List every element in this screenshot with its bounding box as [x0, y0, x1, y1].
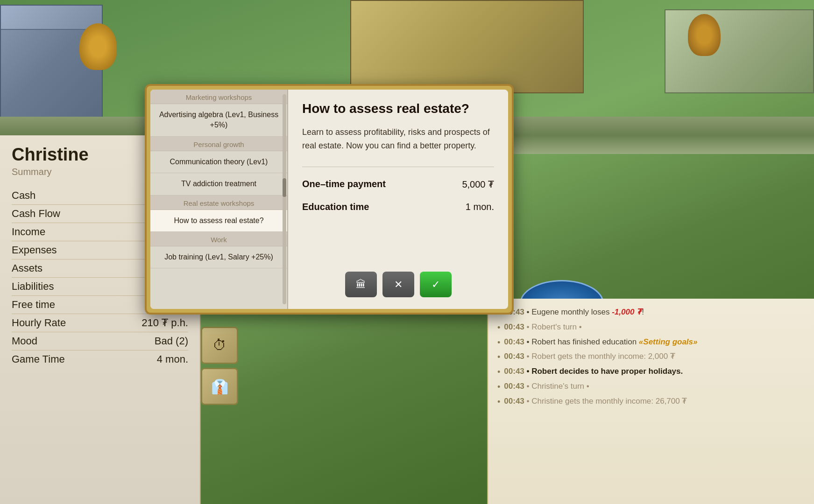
- detail-time-row: Education time 1 mon.: [302, 199, 494, 215]
- list-item-communication[interactable]: Communication theory (Lev1): [150, 151, 287, 173]
- event-entry-1: • 00:43 • Eugene monthly loses -1,000 ₮!: [497, 306, 805, 320]
- education-modal: Marketing workshops Advertising algebra …: [145, 84, 514, 315]
- label-gametime: Game Time: [12, 353, 65, 365]
- modal-building-button[interactable]: 🏛: [345, 272, 377, 297]
- event-log: • 00:43 • Eugene monthly loses -1,000 ₮!…: [487, 299, 814, 504]
- tie-button[interactable]: 👔: [201, 368, 238, 405]
- category-personal-growth: Personal growth: [150, 137, 287, 151]
- event-entry-6: • 00:43 • Christine's turn •: [497, 380, 805, 394]
- detail-title: How to assess real estate?: [302, 101, 494, 116]
- detail-time-label: Education time: [302, 202, 369, 212]
- value-mood: Bad (2): [155, 335, 188, 347]
- list-item-assess-real-estate[interactable]: How to assess real estate?: [150, 210, 287, 232]
- value-hourlyrate: 210 ₮ p.h.: [142, 317, 188, 329]
- label-assets: Assets: [12, 262, 42, 274]
- modal-confirm-button[interactable]: ✓: [420, 272, 452, 297]
- event-entry-2: • 00:43 • Robert's turn •: [497, 321, 805, 335]
- list-item-advertising[interactable]: Advertising algebra (Lev1, Business +5%): [150, 104, 287, 137]
- list-item-tv-addiction[interactable]: TV addiction treatment: [150, 173, 287, 195]
- category-marketing: Marketing workshops: [150, 90, 287, 104]
- tree-left: [79, 23, 117, 70]
- label-cash: Cash: [12, 189, 35, 202]
- detail-payment-label: One–time payment: [302, 179, 386, 189]
- sidebar-row-mood: Mood Bad (2): [12, 332, 188, 350]
- scrollbar-thumb: [283, 178, 286, 197]
- education-detail: How to assess real estate? Learn to asse…: [288, 90, 508, 309]
- detail-payment-row: One–time payment 5,000 ₮: [302, 176, 494, 192]
- list-scrollbar[interactable]: [283, 94, 286, 304]
- modal-inner: Marketing workshops Advertising algebra …: [150, 90, 508, 309]
- sidebar-row-hourlyrate: Hourly Rate 210 ₮ p.h.: [12, 314, 188, 332]
- category-work: Work: [150, 232, 287, 246]
- modal-buttons: 🏛 ✕ ✓: [302, 262, 494, 297]
- event-entry-5: • 00:43 • Robert decides to have proper …: [497, 365, 805, 379]
- building-icon: 🏛: [356, 279, 366, 291]
- list-item-job-training[interactable]: Job training (Lev1, Salary +25%): [150, 246, 287, 268]
- detail-time-value: 1 mon.: [466, 202, 494, 212]
- category-real-estate: Real estate workshops: [150, 196, 287, 210]
- education-list: Marketing workshops Advertising algebra …: [150, 90, 288, 309]
- value-gametime: 4 mon.: [157, 353, 188, 365]
- label-liabilities: Liabilities: [12, 280, 54, 293]
- modal-cancel-button[interactable]: ✕: [382, 272, 414, 297]
- sidebar-row-gametime: Game Time 4 mon.: [12, 350, 188, 368]
- label-cashflow: Cash Flow: [12, 208, 60, 220]
- label-income: Income: [12, 226, 45, 238]
- event-entry-4: • 00:43 • Robert gets the monthly income…: [497, 350, 805, 364]
- clock-icon: ⏱: [212, 337, 227, 353]
- tree-right: [688, 14, 721, 56]
- building-center: ПАНСИОННЫЙ ФОНД: [350, 0, 584, 93]
- label-expenses: Expenses: [12, 244, 57, 256]
- left-icons: ⏱ 👔: [201, 327, 238, 405]
- event-entry-3: • 00:43 • Robert has finished education …: [497, 336, 805, 350]
- detail-divider: [302, 167, 494, 167]
- detail-payment-value: 5,000 ₮: [462, 179, 494, 190]
- clock-button[interactable]: ⏱: [201, 327, 238, 364]
- building-right: [665, 9, 814, 93]
- detail-description: Learn to assess profitability, risks and…: [302, 126, 494, 153]
- label-hourlyrate: Hourly Rate: [12, 317, 66, 329]
- label-freetime: Free time: [12, 299, 55, 311]
- event-entry-7: • 00:43 • Christine gets the monthly inc…: [497, 395, 805, 409]
- tie-icon: 👔: [211, 378, 228, 395]
- label-mood: Mood: [12, 335, 37, 347]
- cancel-icon: ✕: [394, 279, 403, 291]
- confirm-icon: ✓: [432, 279, 440, 291]
